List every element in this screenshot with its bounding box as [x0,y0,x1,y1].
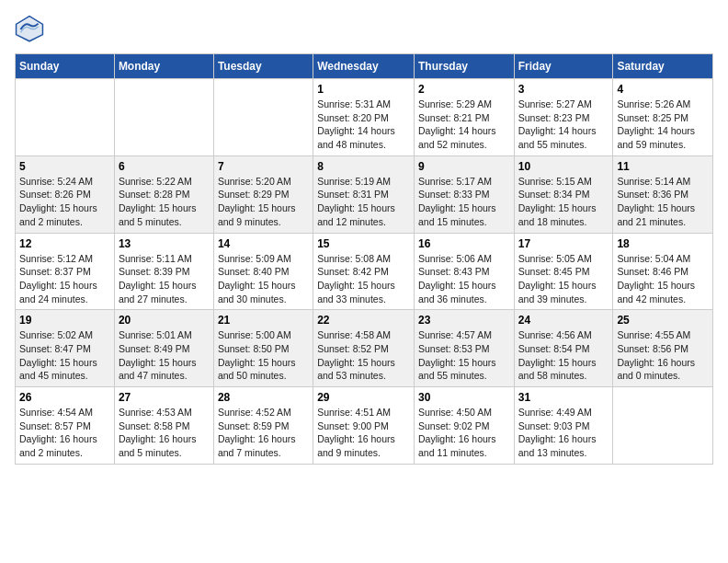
calendar-cell: 8Sunrise: 5:19 AM Sunset: 8:31 PM Daylig… [313,155,415,233]
calendar-cell: 26Sunrise: 4:54 AM Sunset: 8:57 PM Dayli… [16,387,115,465]
day-info: Sunrise: 5:04 AM Sunset: 8:46 PM Dayligh… [617,252,709,306]
day-info: Sunrise: 5:00 AM Sunset: 8:50 PM Dayligh… [218,328,309,383]
calendar-table: SundayMondayTuesdayWednesdayThursdayFrid… [15,53,713,465]
day-number: 5 [19,160,110,173]
day-number: 29 [317,391,410,404]
calendar-cell: 14Sunrise: 5:09 AM Sunset: 8:40 PM Dayli… [213,233,313,310]
day-info: Sunrise: 4:51 AM Sunset: 9:00 PM Dayligh… [317,406,410,460]
dow-header-friday: Friday [514,54,613,79]
day-number: 4 [617,83,709,96]
day-number: 8 [317,160,410,173]
dow-header-wednesday: Wednesday [313,54,415,79]
day-info: Sunrise: 5:19 AM Sunset: 8:31 PM Dayligh… [317,175,410,229]
calendar-cell: 10Sunrise: 5:15 AM Sunset: 8:34 PM Dayli… [514,155,613,233]
calendar-cell: 25Sunrise: 4:55 AM Sunset: 8:56 PM Dayli… [613,310,713,387]
calendar-cell: 1Sunrise: 5:31 AM Sunset: 8:20 PM Daylig… [313,79,415,156]
calendar-cell [213,79,313,156]
day-number: 11 [617,160,709,173]
day-info: Sunrise: 4:53 AM Sunset: 8:58 PM Dayligh… [119,406,210,460]
calendar-cell: 28Sunrise: 4:52 AM Sunset: 8:59 PM Dayli… [213,387,313,465]
day-info: Sunrise: 5:20 AM Sunset: 8:29 PM Dayligh… [218,175,309,229]
day-info: Sunrise: 5:26 AM Sunset: 8:25 PM Dayligh… [617,98,709,152]
day-number: 18 [617,237,709,250]
calendar-cell: 29Sunrise: 4:51 AM Sunset: 9:00 PM Dayli… [313,387,415,465]
day-info: Sunrise: 5:01 AM Sunset: 8:49 PM Dayligh… [119,328,210,383]
calendar-cell: 30Sunrise: 4:50 AM Sunset: 9:02 PM Dayli… [414,387,514,465]
logo-icon [15,15,44,44]
day-number: 13 [119,237,210,250]
day-info: Sunrise: 5:14 AM Sunset: 8:36 PM Dayligh… [617,175,709,229]
day-number: 10 [518,160,609,173]
day-number: 16 [418,237,510,250]
day-number: 3 [518,83,609,96]
calendar-cell [114,79,213,156]
day-info: Sunrise: 5:29 AM Sunset: 8:21 PM Dayligh… [418,98,510,152]
day-info: Sunrise: 5:17 AM Sunset: 8:33 PM Dayligh… [418,175,510,229]
day-number: 23 [418,314,510,327]
calendar-cell: 2Sunrise: 5:29 AM Sunset: 8:21 PM Daylig… [414,79,514,156]
day-info: Sunrise: 4:52 AM Sunset: 8:59 PM Dayligh… [218,406,309,460]
dow-header-monday: Monday [114,54,213,79]
calendar-cell: 13Sunrise: 5:11 AM Sunset: 8:39 PM Dayli… [114,233,213,310]
day-number: 27 [119,391,210,404]
day-number: 12 [19,237,110,250]
calendar-cell: 5Sunrise: 5:24 AM Sunset: 8:26 PM Daylig… [16,155,115,233]
logo [15,15,50,44]
calendar-cell [613,387,713,465]
day-info: Sunrise: 5:06 AM Sunset: 8:43 PM Dayligh… [418,252,510,306]
day-number: 28 [218,391,309,404]
day-number: 14 [218,237,309,250]
day-info: Sunrise: 5:12 AM Sunset: 8:37 PM Dayligh… [19,252,110,306]
calendar-cell: 20Sunrise: 5:01 AM Sunset: 8:49 PM Dayli… [114,310,213,387]
day-number: 30 [418,391,510,404]
day-info: Sunrise: 5:15 AM Sunset: 8:34 PM Dayligh… [518,175,609,229]
day-number: 24 [518,314,609,327]
calendar-cell: 31Sunrise: 4:49 AM Sunset: 9:03 PM Dayli… [514,387,613,465]
day-info: Sunrise: 5:02 AM Sunset: 8:47 PM Dayligh… [19,328,110,383]
day-number: 20 [119,314,210,327]
day-info: Sunrise: 5:22 AM Sunset: 8:28 PM Dayligh… [119,175,210,229]
day-info: Sunrise: 4:49 AM Sunset: 9:03 PM Dayligh… [518,406,609,460]
dow-header-saturday: Saturday [613,54,713,79]
dow-header-tuesday: Tuesday [213,54,313,79]
calendar-cell: 16Sunrise: 5:06 AM Sunset: 8:43 PM Dayli… [414,233,514,310]
day-info: Sunrise: 5:31 AM Sunset: 8:20 PM Dayligh… [317,98,410,152]
day-number: 7 [218,160,309,173]
day-number: 1 [317,83,410,96]
day-info: Sunrise: 5:08 AM Sunset: 8:42 PM Dayligh… [317,252,410,306]
day-info: Sunrise: 5:11 AM Sunset: 8:39 PM Dayligh… [119,252,210,306]
day-info: Sunrise: 4:55 AM Sunset: 8:56 PM Dayligh… [617,328,709,383]
day-info: Sunrise: 4:50 AM Sunset: 9:02 PM Dayligh… [418,406,510,460]
calendar-cell: 12Sunrise: 5:12 AM Sunset: 8:37 PM Dayli… [16,233,115,310]
day-info: Sunrise: 5:24 AM Sunset: 8:26 PM Dayligh… [19,175,110,229]
calendar-cell: 4Sunrise: 5:26 AM Sunset: 8:25 PM Daylig… [613,79,713,156]
calendar-cell: 21Sunrise: 5:00 AM Sunset: 8:50 PM Dayli… [213,310,313,387]
calendar-cell: 15Sunrise: 5:08 AM Sunset: 8:42 PM Dayli… [313,233,415,310]
day-number: 6 [119,160,210,173]
day-number: 25 [617,314,709,327]
day-number: 22 [317,314,410,327]
day-number: 31 [518,391,609,404]
day-info: Sunrise: 5:09 AM Sunset: 8:40 PM Dayligh… [218,252,309,306]
day-info: Sunrise: 4:56 AM Sunset: 8:54 PM Dayligh… [518,328,609,383]
day-info: Sunrise: 4:58 AM Sunset: 8:52 PM Dayligh… [317,328,410,383]
day-info: Sunrise: 5:27 AM Sunset: 8:23 PM Dayligh… [518,98,609,152]
calendar-cell: 18Sunrise: 5:04 AM Sunset: 8:46 PM Dayli… [613,233,713,310]
page-header [15,15,713,44]
calendar-cell: 24Sunrise: 4:56 AM Sunset: 8:54 PM Dayli… [514,310,613,387]
day-info: Sunrise: 4:54 AM Sunset: 8:57 PM Dayligh… [19,406,110,460]
day-info: Sunrise: 5:05 AM Sunset: 8:45 PM Dayligh… [518,252,609,306]
dow-header-sunday: Sunday [16,54,115,79]
dow-header-thursday: Thursday [414,54,514,79]
calendar-cell: 11Sunrise: 5:14 AM Sunset: 8:36 PM Dayli… [613,155,713,233]
calendar-cell: 27Sunrise: 4:53 AM Sunset: 8:58 PM Dayli… [114,387,213,465]
day-number: 15 [317,237,410,250]
calendar-cell: 23Sunrise: 4:57 AM Sunset: 8:53 PM Dayli… [414,310,514,387]
day-number: 19 [19,314,110,327]
calendar-cell: 7Sunrise: 5:20 AM Sunset: 8:29 PM Daylig… [213,155,313,233]
day-number: 9 [418,160,510,173]
day-number: 26 [19,391,110,404]
calendar-cell: 17Sunrise: 5:05 AM Sunset: 8:45 PM Dayli… [514,233,613,310]
calendar-cell: 19Sunrise: 5:02 AM Sunset: 8:47 PM Dayli… [16,310,115,387]
day-number: 21 [218,314,309,327]
